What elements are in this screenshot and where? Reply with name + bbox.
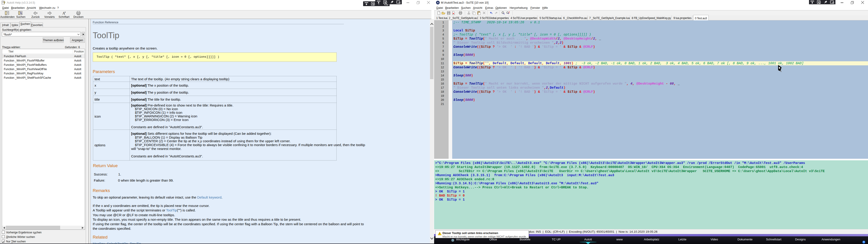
svg-text:?: ?: [3, 1, 5, 4]
svg-text:A: A: [62, 11, 65, 15]
